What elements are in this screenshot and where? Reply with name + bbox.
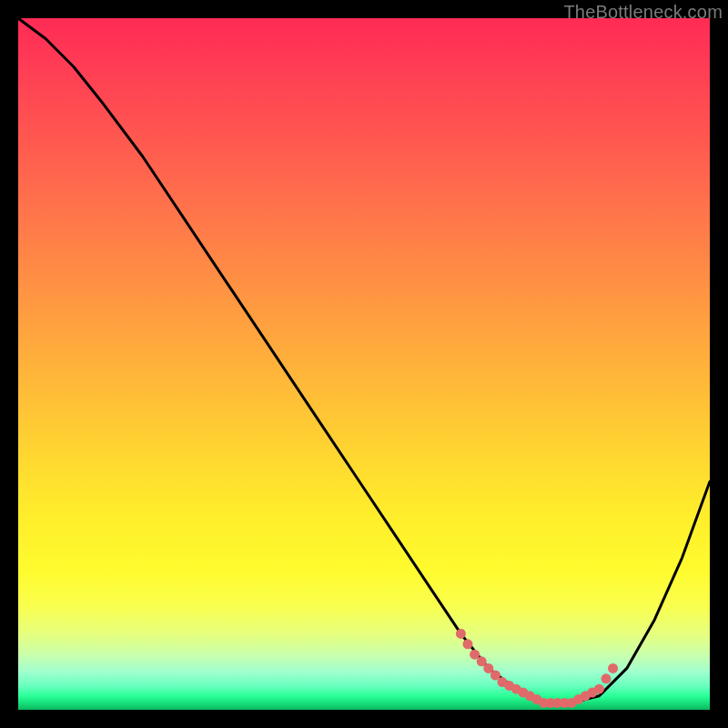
bottleneck-curve-line	[18, 18, 710, 703]
svg-point-21	[602, 673, 612, 683]
svg-point-20	[594, 684, 604, 694]
plot-area	[18, 18, 710, 710]
chart-svg	[18, 18, 710, 710]
chart-frame: TheBottleneck.com	[0, 0, 728, 728]
svg-point-0	[456, 629, 466, 639]
svg-point-22	[608, 663, 618, 673]
watermark-text: TheBottleneck.com	[563, 2, 723, 23]
svg-point-1	[463, 639, 473, 649]
valley-marker-line	[456, 629, 618, 708]
